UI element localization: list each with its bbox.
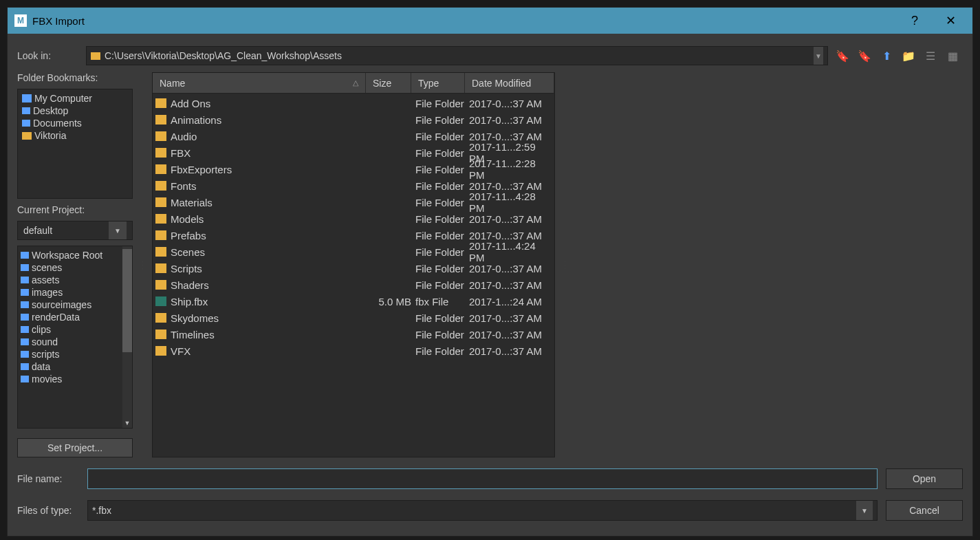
filetype-select[interactable]: *.fbx ▼ (87, 500, 878, 521)
scroll-down-icon[interactable]: ▼ (122, 418, 132, 428)
workspace-item[interactable]: clips (21, 323, 129, 336)
titlebar[interactable]: M FBX Import ? ✕ (8, 8, 972, 34)
file-row[interactable]: SkydomesFile Folder2017-0...:37 AM (155, 310, 552, 326)
help-button[interactable]: ? (900, 8, 930, 34)
folder-icon (155, 181, 166, 191)
workspace-item[interactable]: renderData (21, 311, 129, 323)
bookmark-item[interactable]: Documents (21, 117, 129, 129)
file-name: Shaders (171, 279, 370, 291)
file-name: FBX (171, 147, 370, 159)
fbx-import-dialog: M FBX Import ? ✕ Look in: C:\Users\Vikto… (7, 7, 973, 537)
folder-icon (21, 326, 29, 333)
path-input[interactable]: C:\Users\Viktoria\Desktop\AG_Clean_Works… (86, 46, 828, 65)
splitter-handle[interactable]: ::: (140, 260, 145, 270)
close-button[interactable]: ✕ (935, 8, 966, 34)
file-row[interactable]: Ship.fbx5.0 MBfbx File2017-1...:24 AM (155, 293, 552, 310)
file-name: Prefabs (171, 230, 370, 241)
workspace-item[interactable]: Workspace Root (21, 249, 129, 261)
workspace-item[interactable]: sourceimages (21, 299, 129, 311)
chevron-down-icon[interactable]: ▼ (856, 501, 873, 520)
col-type[interactable]: Type (411, 73, 465, 93)
file-type: File Folder (415, 180, 469, 192)
filename-label: File name: (17, 473, 79, 484)
workspace-item[interactable]: images (21, 286, 129, 299)
folder-icon (21, 277, 29, 283)
folder-icon (21, 376, 29, 382)
project-label: Current Project: (17, 204, 133, 215)
file-name: Add Ons (171, 98, 370, 109)
file-row[interactable]: AnimationsFile Folder2017-0...:37 AM (155, 111, 552, 128)
bookmark-item[interactable]: My Computer (21, 92, 129, 105)
file-date: 2017-0...:37 AM (469, 114, 552, 126)
scrollbar[interactable]: ▲ ▼ (122, 246, 132, 428)
filename-input[interactable] (87, 468, 878, 489)
file-row[interactable]: ScriptsFile Folder2017-0...:37 AM (155, 260, 552, 277)
filetype-label: Files of type: (17, 505, 79, 516)
file-name: Timelines (171, 329, 370, 341)
folder-icon (155, 230, 166, 240)
col-size[interactable]: Size (366, 73, 411, 93)
file-row[interactable]: FbxExportersFile Folder2017-11...2:28 PM (155, 161, 552, 177)
list-view-icon[interactable]: ☰ (923, 48, 938, 63)
fbx-file-icon (155, 296, 166, 306)
open-button[interactable]: Open (886, 468, 963, 489)
file-date: 2017-0...:37 AM (469, 345, 552, 357)
file-type: File Folder (415, 147, 469, 159)
file-row[interactable]: TimelinesFile Folder2017-0...:37 AM (155, 326, 552, 343)
maya-app-icon: M (14, 14, 27, 27)
file-name: Skydomes (171, 312, 370, 324)
file-row[interactable]: VFXFile Folder2017-0...:37 AM (155, 343, 552, 359)
folder-icon (155, 164, 166, 174)
chevron-down-icon[interactable]: ▼ (109, 222, 127, 239)
file-type: File Folder (415, 131, 469, 142)
file-row[interactable]: ShadersFile Folder2017-0...:37 AM (155, 277, 552, 293)
folder-icon (21, 338, 29, 345)
project-value: default (23, 225, 52, 236)
computer-icon (22, 94, 32, 102)
file-list: Name Size Type Date Modified Add OnsFile… (152, 72, 555, 457)
detail-view-icon[interactable]: ▦ (945, 48, 960, 63)
file-type: File Folder (415, 197, 469, 208)
col-name[interactable]: Name (153, 73, 366, 93)
file-type: File Folder (415, 345, 469, 357)
scroll-thumb[interactable] (122, 249, 132, 352)
bookmark-back-icon[interactable]: 🔖 (835, 48, 850, 63)
file-type: File Folder (415, 246, 469, 258)
file-date: 2017-0...:37 AM (469, 312, 552, 324)
folder-icon (155, 148, 166, 158)
file-name: Ship.fbx (171, 296, 370, 307)
folder-icon (155, 214, 166, 224)
folder-icon (155, 98, 166, 108)
up-folder-icon[interactable]: ⬆ (879, 48, 894, 63)
folder-icon (21, 301, 29, 308)
file-row[interactable]: MaterialsFile Folder2017-11...4:28 PM (155, 194, 552, 210)
cancel-button[interactable]: Cancel (886, 500, 963, 521)
file-type: fbx File (415, 296, 469, 307)
new-folder-icon[interactable]: 📁 (901, 48, 916, 63)
file-date: 2017-11...4:24 PM (469, 240, 552, 263)
lookin-label: Look in: (17, 50, 79, 61)
project-select[interactable]: default ▼ (17, 221, 133, 240)
folder-icon (21, 351, 29, 358)
file-row[interactable]: ModelsFile Folder2017-0...:37 AM (155, 210, 552, 227)
workspace-item[interactable]: assets (21, 274, 129, 286)
bookmark-fwd-icon[interactable]: 🔖 (857, 48, 872, 63)
workspace-item[interactable]: sound (21, 336, 129, 348)
file-name: Models (171, 213, 370, 225)
file-date: 2017-11...4:28 PM (469, 191, 552, 214)
file-row[interactable]: Add OnsFile Folder2017-0...:37 AM (155, 95, 552, 111)
bookmark-item[interactable]: Desktop (21, 105, 129, 117)
file-row[interactable]: ScenesFile Folder2017-11...4:24 PM (155, 244, 552, 260)
workspace-item[interactable]: data (21, 360, 129, 373)
file-date: 2017-1...:24 AM (469, 296, 552, 307)
bookmark-item[interactable]: Viktoria (21, 129, 129, 142)
set-project-button[interactable]: Set Project... (17, 438, 133, 457)
folder-icon (22, 132, 32, 140)
workspace-item[interactable]: scripts (21, 348, 129, 360)
path-dropdown[interactable]: ▼ (814, 47, 823, 65)
col-date[interactable]: Date Modified (465, 73, 554, 93)
splitter-handle[interactable]: ::: (562, 260, 567, 270)
filetype-value: *.fbx (92, 505, 111, 516)
workspace-item[interactable]: movies (21, 373, 129, 385)
workspace-item[interactable]: scenes (21, 261, 129, 274)
